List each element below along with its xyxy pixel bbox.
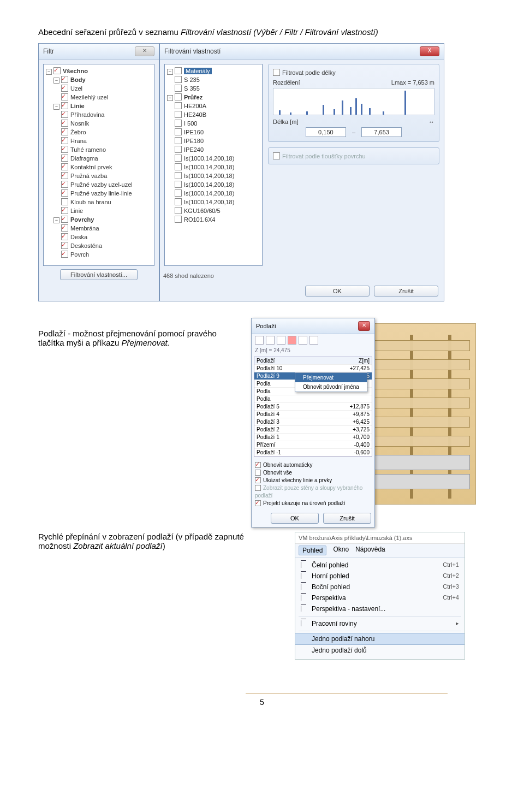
collapse-icon[interactable]: − [46,69,52,75]
checkbox[interactable] [61,137,68,144]
checkbox[interactable] [61,120,68,127]
menu-item-floor-up[interactable]: Jedno podlaží nahoru [295,633,465,645]
podlazi-table[interactable]: PodlažíZ[m] Podlaží 10+27,425Podlaží 9+2… [254,357,372,457]
menu-item[interactable]: PerspektivaCtrl+4 [295,592,465,603]
checkbox[interactable] [175,120,182,127]
checkbox[interactable] [175,163,182,170]
menu-item-workplanes[interactable]: Pracovní roviny ▸ [295,618,465,629]
ok-button[interactable]: OK [271,513,319,524]
checkbox[interactable] [61,85,68,92]
table-row[interactable]: Podlaží -1-0,600 [254,449,372,457]
filtr-tree[interactable]: −Všechno −Body UzelMezilehlý uzel −Linie… [43,64,154,266]
table-row[interactable]: Podlaží 4+9,875 [254,411,372,418]
menu-item[interactable]: Horní pohledCtrl+2 [295,571,465,582]
menu-tab-okno[interactable]: Okno [333,546,349,555]
checkbox[interactable] [175,111,182,118]
checkbox[interactable] [61,216,68,223]
checkbox[interactable] [255,470,261,476]
checkbox[interactable] [61,102,68,109]
tool-icon[interactable] [299,336,307,345]
tool-icon[interactable] [266,336,275,345]
checkbox[interactable] [61,224,68,232]
table-row[interactable]: Podla [254,395,372,403]
menu-bar[interactable]: Pohled Okno Nápověda [295,544,465,558]
checkbox[interactable] [53,67,61,74]
checkbox[interactable] [175,189,182,197]
view-dropdown-menu[interactable]: Čelní pohledCtrl+1Horní pohledCtrl+2Bočn… [295,558,465,659]
checkbox[interactable] [175,93,182,100]
menu-tab-pohled[interactable]: Pohled [299,546,326,555]
length-from-input[interactable]: 0,150 [306,127,346,137]
ctx-restore[interactable]: Obnovit původní jména [295,382,367,392]
table-row[interactable]: Podlaží 2+3,725 [254,426,372,434]
table-row[interactable]: Podlaží 5+12,875 [254,403,372,411]
menu-item[interactable]: Čelní pohledCtrl+1 [295,560,465,571]
checkbox[interactable] [61,93,68,100]
tool-icon[interactable] [255,336,264,345]
checkbox[interactable] [175,146,182,153]
collapse-icon[interactable]: − [53,104,59,110]
vlast-tree[interactable]: −Materiály S 235S 355 −Průřez HE200AHE24… [164,64,263,266]
tool-icon[interactable] [309,336,318,345]
ctx-rename[interactable]: Přejmenovat [295,373,367,382]
menu-tab-napoveda[interactable]: Nápověda [355,546,385,555]
close-icon[interactable]: X [420,46,439,56]
checkbox[interactable] [255,500,261,506]
tool-icon[interactable] [277,336,285,345]
checkbox[interactable] [175,198,182,205]
table-row[interactable]: Podlaží 3+6,425 [254,418,372,426]
checkbox[interactable] [273,152,280,159]
checkbox[interactable] [175,76,182,83]
checkbox[interactable] [61,207,68,214]
checkbox[interactable] [175,137,182,144]
checkbox[interactable] [61,233,68,240]
checkbox[interactable] [61,128,68,135]
filter-properties-button[interactable]: Filtrování vlastností... [60,269,138,280]
checkbox[interactable] [61,155,68,162]
tree-materialy[interactable]: Materiály [184,68,212,74]
ok-button[interactable]: OK [305,286,370,297]
table-row[interactable]: Podlaží 10+27,425 [254,365,372,372]
checkbox[interactable] [61,189,68,197]
checkbox[interactable] [61,163,68,170]
checkbox[interactable] [175,181,182,188]
checkbox[interactable] [61,172,68,179]
close-icon[interactable]: ✕ [135,46,154,56]
checkbox[interactable] [273,69,280,76]
checkbox[interactable] [61,111,68,118]
collapse-icon[interactable]: − [167,95,173,101]
checkbox[interactable] [61,242,68,249]
checkbox[interactable] [61,198,68,205]
menu-item[interactable]: Perspektiva - nastavení... [295,603,465,614]
checkbox[interactable] [175,172,182,179]
checkbox[interactable] [255,477,261,483]
collapse-icon[interactable]: − [167,69,173,75]
menu-item[interactable]: Boční pohledCtrl+3 [295,582,465,592]
checkbox[interactable] [175,128,182,135]
checkbox[interactable] [175,67,182,74]
cancel-button[interactable]: Zrušit [374,286,438,297]
checkbox[interactable] [61,181,68,188]
close-icon[interactable]: ✕ [358,321,370,331]
checkbox[interactable] [175,207,182,214]
length-to-input[interactable]: 7,653 [361,127,402,137]
collapse-icon[interactable]: − [53,78,59,84]
cancel-button[interactable]: Zrušit [323,513,371,524]
context-menu[interactable]: Přejmenovat Obnovit původní jména [295,372,367,392]
table-row[interactable]: Přízemí-0,400 [254,441,372,449]
checkbox[interactable] [61,146,68,153]
checkbox[interactable] [255,462,261,468]
tree-item-label: Pružné vazby uzel-uzel [70,181,133,188]
menu-item-floor-down[interactable]: Jedno podlaží dolů [295,645,465,656]
table-row[interactable]: Podlaží 1+0,700 [254,434,372,441]
checkbox[interactable] [61,76,68,83]
checkbox[interactable] [61,251,68,258]
checkbox[interactable] [175,155,182,162]
checkbox[interactable] [175,102,182,109]
tree-item-label: Kontaktní prvek [70,164,112,170]
tree-item-label: HE240B [184,111,206,118]
checkbox[interactable] [175,216,182,223]
collapse-icon[interactable]: − [53,217,59,223]
delete-icon[interactable] [288,336,296,345]
checkbox[interactable] [175,85,182,92]
